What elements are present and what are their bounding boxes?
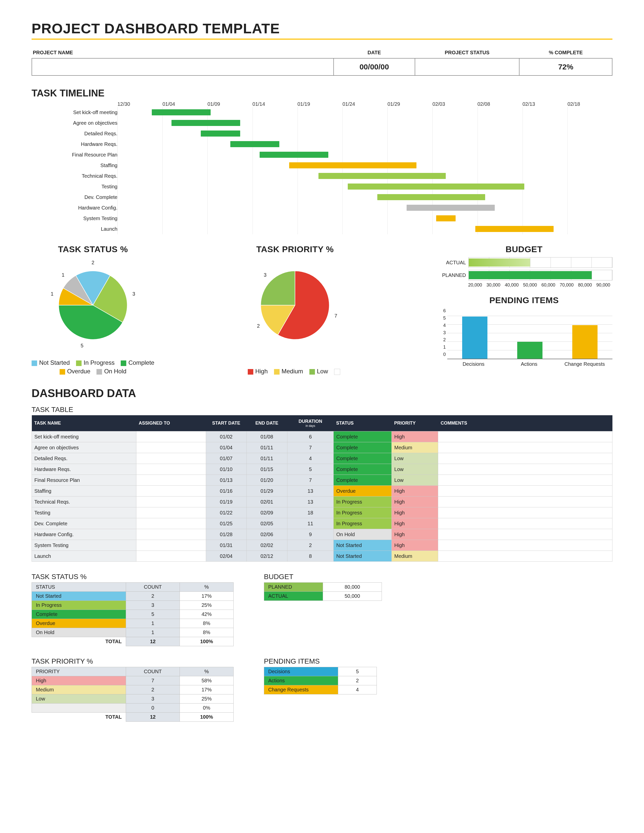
- th-duration: DURATIONin days: [287, 415, 333, 431]
- task-row: Agree on objectives01/0401/117CompleteMe…: [32, 442, 612, 453]
- ps-th-count: COUNT: [126, 667, 180, 676]
- gantt-bar: [475, 226, 554, 232]
- gantt-row: Hardware Config.: [32, 203, 612, 213]
- status-sum-total: TOTAL12100%: [32, 637, 233, 646]
- gantt-chart: 12/3001/0401/0901/1401/1901/2401/2902/03…: [32, 101, 612, 234]
- val-project-name[interactable]: [32, 58, 333, 76]
- val-complete[interactable]: 72%: [519, 58, 612, 76]
- pending-row: Actions2: [264, 676, 377, 685]
- hdr-status: PROJECT STATUS: [415, 47, 520, 58]
- gantt-row: Detailed Reqs.: [32, 128, 612, 139]
- pie-value-label: 3: [264, 272, 266, 278]
- status-summary-title: TASK STATUS %: [32, 573, 233, 581]
- budget-chart: BUDGET ACTUALPLANNED 20,00030,00040,0005…: [436, 244, 612, 288]
- budget-table: PLANNED 80,000 ACTUAL 50,000: [264, 582, 382, 601]
- task-row: Testing01/2202/0918In ProgressHigh: [32, 507, 612, 518]
- page-title: PROJECT DASHBOARD TEMPLATE: [32, 20, 612, 40]
- gantt-task-label: Launch: [32, 226, 122, 232]
- gantt-task-label: Dev. Complete: [32, 195, 122, 200]
- bt-planned-val: 80,000: [323, 582, 382, 592]
- task-row: Staffing01/1601/2913OverdueHigh: [32, 486, 612, 497]
- status-sum-row: On Hold18%: [32, 628, 233, 637]
- gantt-task-label: System Testing: [32, 215, 122, 221]
- priority-sum-row: 00%: [32, 703, 233, 712]
- gantt-bar: [377, 194, 485, 200]
- ss-th-count: COUNT: [126, 582, 180, 592]
- gantt-row: Set kick-off meeting: [32, 107, 612, 117]
- gantt-row: Agree on objectives: [32, 117, 612, 128]
- val-date[interactable]: 00/00/00: [333, 58, 415, 76]
- status-sum-row: In Progress325%: [32, 601, 233, 610]
- page: PROJECT DASHBOARD TEMPLATE PROJECT NAME …: [11, 20, 633, 722]
- pending-row: Decisions5: [264, 667, 377, 676]
- gantt-bar: [201, 130, 240, 137]
- status-sum-row: Complete542%: [32, 610, 233, 619]
- dashboard-data-title: DASHBOARD DATA: [32, 387, 612, 400]
- timeline-title: TASK TIMELINE: [32, 88, 612, 99]
- gantt-row: System Testing: [32, 213, 612, 224]
- th-name: TASK NAME: [32, 415, 136, 431]
- task-status-title: TASK STATUS %: [32, 244, 154, 254]
- gantt-row: Dev. Complete: [32, 192, 612, 203]
- priority-legend: High Medium Low: [247, 368, 343, 375]
- priority-summary-title: TASK PRIORITY %: [32, 657, 233, 666]
- val-status[interactable]: [415, 58, 520, 76]
- task-row: Hardware Config.01/2802/069On HoldHigh: [32, 529, 612, 540]
- gantt-row: Staffing: [32, 160, 612, 170]
- budget-table-block: BUDGET PLANNED 80,000 ACTUAL 50,000: [264, 567, 382, 601]
- pending-bar: [517, 342, 543, 359]
- gantt-task-label: Hardware Reqs.: [32, 142, 122, 147]
- gantt-bar: [436, 215, 456, 221]
- pending-title: PENDING ITEMS: [436, 295, 612, 305]
- bt-actual-val: 50,000: [323, 592, 382, 601]
- ps-th-priority: PRIORITY: [32, 667, 126, 676]
- bt-planned-label: PLANNED: [264, 582, 323, 592]
- th-priority: PRIORITY: [392, 415, 438, 431]
- status-sum-row: Not Started217%: [32, 592, 233, 601]
- budget-row: PLANNED: [436, 270, 612, 280]
- pie-value-label: 7: [334, 313, 337, 318]
- gantt-row: Hardware Reqs.: [32, 139, 612, 150]
- budget-row: ACTUAL: [436, 257, 612, 268]
- gantt-task-label: Testing: [32, 184, 122, 190]
- gantt-row: Testing: [32, 181, 612, 192]
- gantt-bar: [230, 141, 279, 147]
- status-summary-block: TASK STATUS % STATUS COUNT % Not Started…: [32, 567, 233, 646]
- hdr-project-name: PROJECT NAME: [32, 47, 333, 58]
- budget-table-title: BUDGET: [264, 573, 382, 581]
- th-end: END DATE: [246, 415, 287, 431]
- bt-actual-label: ACTUAL: [264, 592, 323, 601]
- budget-row-label: PLANNED: [436, 272, 469, 278]
- project-header-table: PROJECT NAME DATE PROJECT STATUS % COMPL…: [32, 47, 612, 76]
- status-summary-table: STATUS COUNT % Not Started217%In Progres…: [32, 582, 233, 646]
- priority-sum-row: Medium217%: [32, 685, 233, 695]
- gantt-task-label: Staffing: [32, 162, 122, 168]
- ps-th-pct: %: [180, 667, 233, 676]
- gantt-bar: [407, 205, 495, 211]
- status-legend: Not Started In Progress Complete Overdue…: [32, 359, 154, 375]
- task-row: Hardware Reqs.01/1001/155CompleteLow: [32, 464, 612, 475]
- gantt-task-label: Technical Reqs.: [32, 173, 122, 179]
- priority-summary-table: PRIORITY COUNT % High758%Medium217%Low32…: [32, 667, 233, 722]
- right-charts: BUDGET ACTUALPLANNED 20,00030,00040,0005…: [436, 244, 612, 375]
- pending-bar: [462, 317, 488, 359]
- task-row: Final Resource Plan01/1301/207CompleteLo…: [32, 475, 612, 486]
- hdr-date: DATE: [333, 47, 415, 58]
- gantt-task-label: Detailed Reqs.: [32, 131, 122, 137]
- gantt-bar: [319, 173, 446, 179]
- th-assigned: ASSIGNED TO: [136, 415, 206, 431]
- priority-summary-block: TASK PRIORITY % PRIORITY COUNT % High758…: [32, 651, 233, 722]
- task-row: Detailed Reqs.01/0701/114CompleteLow: [32, 453, 612, 464]
- task-row: Set kick-off meeting01/0201/086CompleteH…: [32, 431, 612, 442]
- gantt-task-label: Set kick-off meeting: [32, 109, 122, 115]
- budget-row-label: ACTUAL: [436, 260, 469, 265]
- pie-value-label: 2: [257, 323, 260, 329]
- pending-col: [447, 317, 502, 359]
- gantt-bar: [348, 183, 524, 190]
- task-priority-pie: TASK PRIORITY % 723 High Medium Low: [247, 244, 343, 375]
- pending-chart: PENDING ITEMS 0123456 DecisionsActionsCh…: [436, 295, 612, 367]
- ss-th-pct: %: [180, 582, 233, 592]
- pending-table-block: PENDING ITEMS Decisions5Actions2Change R…: [264, 651, 377, 695]
- task-row: System Testing01/3102/022Not StartedHigh: [32, 540, 612, 551]
- task-table-header: TASK NAME ASSIGNED TO START DATE END DAT…: [32, 415, 612, 431]
